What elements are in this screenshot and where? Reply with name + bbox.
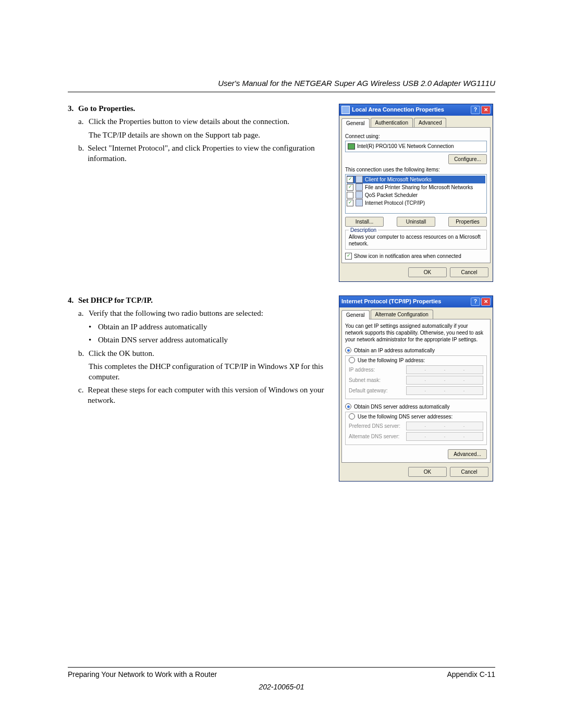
field-label: IP address: [349,366,406,373]
tab-strip: General Authentication Advanced [339,116,493,127]
component-icon [356,199,363,206]
properties-button[interactable]: Properties [448,217,487,227]
substep-text: Verify that the following two radio butt… [89,309,263,319]
show-icon-checkbox[interactable] [345,253,352,260]
dialog-titlebar: Local Area Connection Properties ? ✕ [339,104,493,116]
tab-strip: General Alternate Configuration [339,307,493,319]
description-group: Description Allows your computer to acce… [345,230,487,250]
substep-text: Select "Internet Protocol", and click Pr… [88,143,332,164]
substep-letter: a. [78,117,89,127]
bullet-icon: • [89,335,98,346]
checkbox-icon[interactable] [347,192,353,199]
radio-label: Use the following DNS server addresses: [358,413,452,420]
step-number: 4. [68,295,78,306]
substep-letter: b. [78,349,89,359]
bullet-text: Obtain an IP address automatically [98,322,207,332]
dialog-local-area-connection-properties: Local Area Connection Properties ? ✕ Gen… [339,104,493,282]
radio-dns-auto[interactable] [345,403,351,410]
bullet-icon: • [89,322,98,332]
page-footer: Preparing Your Network to Work with a Ro… [68,667,495,692]
checkbox-icon[interactable] [347,184,353,191]
dialog-title: Internet Protocol (TCP/IP) Properties [341,298,470,305]
component-icon [356,176,363,183]
field-label: Alternate DNS server: [349,433,406,440]
dialog-titlebar: Internet Protocol (TCP/IP) Properties ? … [339,296,493,307]
checkbox-icon[interactable] [347,200,353,206]
component-icon [356,191,363,199]
radio-label: Use the following IP address: [358,357,425,364]
header-rule [68,92,495,92]
list-item-label: QoS Packet Scheduler [365,192,418,199]
dialog-title: Local Area Connection Properties [352,106,470,113]
cancel-button[interactable]: Cancel [450,467,488,477]
show-icon-label: Show icon in notification area when conn… [354,253,461,260]
substep-text: Click the Properties button to view deta… [89,117,289,127]
footer-docnum: 202-10065-01 [68,682,495,692]
tab-alternate-config[interactable]: Alternate Configuration [371,310,433,319]
close-button[interactable]: ✕ [481,298,491,306]
manual-dns-group: Use the following DNS server addresses: … [345,412,487,445]
field-label: Preferred DNS server: [349,423,406,429]
checkbox-icon[interactable] [347,176,353,183]
list-item-label: File and Printer Sharing for Microsoft N… [365,184,473,191]
radio-ip-manual[interactable] [349,357,355,363]
component-icon [356,183,363,191]
tab-general[interactable]: General [341,310,370,319]
manual-ip-group: Use the following IP address: IP address… [345,355,487,399]
cancel-button[interactable]: Cancel [450,267,488,277]
step-number: 3. [68,104,78,114]
field-label: Default gateway: [349,387,406,394]
nic-name: Intel(R) PRO/100 VE Network Connection [357,143,454,150]
step-heading: Set DHCP for TCP/IP. [78,295,153,306]
window-icon [341,106,350,114]
ok-button[interactable]: OK [408,267,447,277]
list-item[interactable]: Client for Microsoft Networks [347,176,485,183]
footer-right: Appendix C-11 [447,670,495,679]
description-text: Allows your computer to access resources… [349,233,483,247]
help-button[interactable]: ? [471,298,480,306]
list-item-label: Client for Microsoft Networks [365,176,432,183]
substep-letter: b. [78,143,88,164]
dialog-internet-protocol-properties: Internet Protocol (TCP/IP) Properties ? … [339,295,493,482]
step-heading: Go to Properties. [78,104,135,114]
substep-letter: a. [78,309,89,319]
radio-dns-manual[interactable] [349,413,355,419]
list-item[interactable]: File and Printer Sharing for Microsoft N… [347,183,485,191]
list-item[interactable]: Internet Protocol (TCP/IP) [347,199,485,207]
substep-text: Click the OK button. [89,349,154,359]
group-title: Description [349,227,378,233]
nic-icon [348,143,355,150]
substep-text: Repeat these steps for each computer wit… [88,385,332,405]
bullet-text: Obtain DNS server address automatically [98,335,228,346]
list-item[interactable]: QoS Packet Scheduler [347,191,485,199]
list-item-label: Internet Protocol (TCP/IP) [365,200,425,206]
configure-button[interactable]: Configure... [448,154,487,164]
tab-general[interactable]: General [341,118,370,128]
install-button[interactable]: Install... [345,217,384,227]
tab-advanced[interactable]: Advanced [414,118,446,127]
gateway-input: ... [406,386,483,395]
components-listbox[interactable]: Client for Microsoft Networks File and P… [345,174,487,214]
footer-rule [68,667,495,668]
pref-dns-input: ... [406,422,483,430]
nic-display: Intel(R) PRO/100 VE Network Connection [345,141,487,152]
footer-left: Preparing Your Network to Work with a Ro… [68,670,217,679]
advanced-button[interactable]: Advanced... [448,449,487,459]
substep-continuation: The TCP/IP details are shown on the Supp… [68,130,332,141]
ok-button[interactable]: OK [408,467,447,477]
field-label: Subnet mask: [349,377,406,384]
tab-authentication[interactable]: Authentication [371,118,413,127]
ip-input: ... [406,365,483,374]
explain-text: You can get IP settings assigned automat… [345,323,487,343]
subnet-input: ... [406,376,483,385]
radio-label: Obtain an IP address automatically [354,347,435,354]
connect-using-label: Connect using: [345,133,487,140]
page-header-title: User's Manual for the NETGEAR Super AG W… [68,78,495,89]
help-button[interactable]: ? [471,106,480,114]
radio-label: Obtain DNS server address automatically [354,403,449,410]
close-button[interactable]: ✕ [481,106,491,114]
alt-dns-input: ... [406,432,483,441]
radio-ip-auto[interactable] [345,347,351,353]
substep-letter: c. [78,385,88,405]
uninstall-button[interactable]: Uninstall [397,217,435,227]
